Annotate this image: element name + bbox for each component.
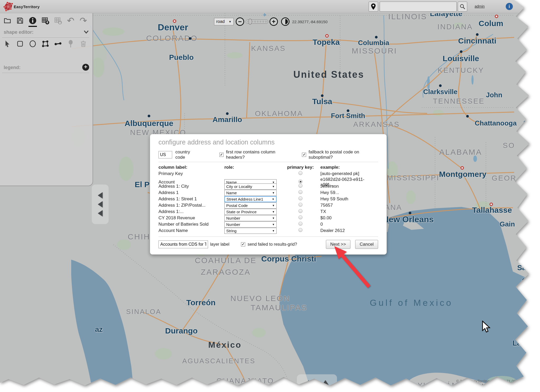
column-label: Number of Batteries Sold xyxy=(158,222,224,227)
left-panel-toggle[interactable] xyxy=(92,185,109,224)
info-tool-button[interactable] xyxy=(28,16,37,25)
next-button[interactable]: Next >> xyxy=(326,240,351,249)
cursor-icon xyxy=(4,40,11,47)
ellipse-shape-button[interactable] xyxy=(28,39,37,49)
sidebar-panel: ↶ ↷ shape editor: xyxy=(0,13,93,186)
role-select[interactable]: Number▼ xyxy=(224,215,277,221)
import-grid-button[interactable] xyxy=(41,16,50,25)
column-label: Address 1: City xyxy=(158,184,224,189)
expand-up-icon xyxy=(305,380,312,385)
primary-key-radio[interactable] xyxy=(298,171,302,175)
role-value: Number xyxy=(226,222,240,227)
column-mapping-row: AccountName▼e1682d2d-0623-e911-a99f-... xyxy=(158,177,378,183)
role-select[interactable]: Number▼ xyxy=(224,221,277,228)
open-project-button[interactable] xyxy=(3,16,12,25)
zoom-out-button[interactable]: − xyxy=(236,17,244,26)
expand-up-icon xyxy=(322,380,329,385)
zoom-slider[interactable] xyxy=(246,19,268,25)
chevron-down-icon: ▼ xyxy=(272,223,275,226)
column-label: Address 1 xyxy=(158,190,224,195)
divider xyxy=(2,73,89,73)
primary-key-radio[interactable] xyxy=(298,180,302,183)
primary-key-radio[interactable] xyxy=(298,209,302,213)
chevron-down-icon: ▼ xyxy=(229,20,232,23)
country-code-label: country code xyxy=(175,149,199,160)
admin-link[interactable]: admin xyxy=(475,4,485,8)
column-mapping-row: Address 1: CityCity or Locality▼Jefferso… xyxy=(158,183,378,190)
fallback-checkbox[interactable]: ✓ xyxy=(302,153,306,157)
chevron-down-icon[interactable] xyxy=(83,28,90,35)
header-primary-key: primary key: xyxy=(287,165,314,170)
role-select[interactable]: State or Province▼ xyxy=(224,209,277,215)
country-code-input[interactable] xyxy=(158,151,172,158)
chevron-down-icon: ▼ xyxy=(272,229,275,232)
column-label: Account Name xyxy=(158,228,224,233)
example-value: Dealer 2612 xyxy=(314,228,378,233)
delete-shape-button xyxy=(79,39,88,49)
contrast-icon xyxy=(282,18,289,25)
primary-key-radio[interactable] xyxy=(298,215,302,219)
primary-key-radio[interactable] xyxy=(298,228,302,232)
role-select[interactable]: Street Address Line1▼ xyxy=(224,196,277,202)
divider xyxy=(158,236,378,237)
column-label: Address 1:... xyxy=(158,209,224,214)
contrast-toggle-button[interactable] xyxy=(281,17,290,26)
role-select[interactable]: String▼ xyxy=(224,228,277,234)
info-icon xyxy=(28,16,37,25)
first-row-label: first row contains column headers? xyxy=(226,149,289,160)
undo-icon: ↶ xyxy=(67,17,75,25)
locate-pin-button[interactable] xyxy=(369,2,378,12)
column-label: CY 2018 Revenue xyxy=(158,215,224,221)
easyterritory-logo-icon xyxy=(2,1,14,12)
role-select[interactable]: Name▼ xyxy=(224,190,277,196)
primary-key-radio[interactable] xyxy=(298,222,302,226)
example-value: [auto-generated pk] xyxy=(314,171,378,176)
column-label: Address 1: ZIP/Postal... xyxy=(158,203,224,208)
first-row-checkbox[interactable]: ✓ xyxy=(219,153,224,157)
map-coordinates: 22.39277,-84.69150 xyxy=(292,20,327,24)
chevron-down-icon: ▼ xyxy=(272,198,274,201)
rectangle-shape-button[interactable] xyxy=(15,39,25,49)
brand-title: EasyTerritory xyxy=(14,4,40,9)
example-value: $0.00 xyxy=(314,215,378,221)
fallback-label: fallback to postal code on suboptimal? xyxy=(308,149,378,160)
example-value: TX xyxy=(314,209,378,214)
info-badge-icon[interactable]: i xyxy=(506,3,513,10)
bottom-panel-toggle[interactable] xyxy=(297,374,337,391)
column-label: Primary Key xyxy=(158,171,224,176)
feedback-link[interactable]: feedback@easyterritory.com xyxy=(456,383,516,388)
add-legend-button[interactable]: + xyxy=(82,64,89,71)
zoom-in-button[interactable]: + xyxy=(269,17,278,26)
save-project-button[interactable] xyxy=(15,16,25,25)
line-shape-button[interactable] xyxy=(53,39,63,49)
role-value: Number xyxy=(226,216,240,220)
role-select[interactable]: Postal Code▼ xyxy=(224,202,277,209)
cancel-button[interactable]: Cancel xyxy=(355,240,378,249)
primary-key-radio[interactable] xyxy=(298,184,302,188)
undo-button[interactable]: ↶ xyxy=(66,16,75,25)
save-icon xyxy=(16,17,24,25)
search-button[interactable] xyxy=(458,2,467,12)
role-select[interactable]: City or Locality▼ xyxy=(224,183,277,190)
example-value: 0 xyxy=(314,222,378,227)
search-input[interactable] xyxy=(380,2,457,12)
zoom-slider-handle[interactable] xyxy=(249,19,251,24)
divider xyxy=(158,162,378,162)
location-pin-icon xyxy=(371,3,376,10)
primary-key-radio[interactable] xyxy=(298,203,302,207)
select-shape-button[interactable] xyxy=(3,39,12,49)
column-mapping-row: Primary Key[auto-generated pk] xyxy=(158,171,378,177)
collapse-left-icon xyxy=(98,210,103,216)
layer-label-input[interactable] xyxy=(158,240,208,248)
map-style-select[interactable]: road ▼ xyxy=(214,18,234,25)
primary-key-radio[interactable] xyxy=(298,196,302,200)
folder-icon xyxy=(3,17,11,25)
send-failed-checkbox[interactable]: ✓ xyxy=(241,242,245,246)
polygon-shape-button[interactable] xyxy=(41,39,50,49)
column-mapping-row: Account NameString▼Dealer 2612 xyxy=(158,228,378,234)
redo-button[interactable]: ↷ xyxy=(79,16,88,25)
chevron-down-icon: ▼ xyxy=(272,185,275,188)
primary-key-radio[interactable] xyxy=(298,190,302,194)
example-value: 75657 xyxy=(314,203,378,208)
ellipse-icon xyxy=(29,40,36,47)
